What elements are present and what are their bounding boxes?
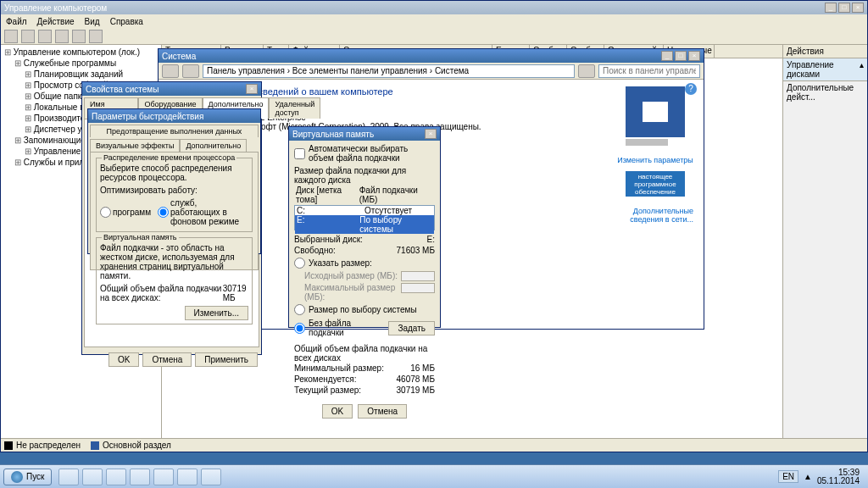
actions-sub[interactable]: Управление дисками▴ <box>783 58 867 81</box>
tab-advanced[interactable]: Дополнительно <box>180 139 247 152</box>
back-icon[interactable] <box>4 30 18 43</box>
chevron-up-icon: ▴ <box>860 60 864 79</box>
drive-list[interactable]: C:Отсутствует E:По выбору системы <box>294 205 435 230</box>
minimize-button[interactable]: _ <box>825 3 837 13</box>
nav-back-icon[interactable] <box>162 64 179 78</box>
actions-panel: Действия Управление дисками▴ Дополнитель… <box>782 45 867 438</box>
ok-button[interactable]: OK <box>322 404 353 419</box>
start-orb-icon <box>11 471 23 483</box>
perf-titlebar: Параметры быстродействия <box>88 109 260 123</box>
legend-primary-icon <box>91 441 99 450</box>
menu-view[interactable]: Вид <box>85 17 100 26</box>
menu-action[interactable]: Действие <box>37 17 75 26</box>
cancel-button[interactable]: Отмена <box>142 352 192 367</box>
toolbar <box>1 28 867 45</box>
radio-system-managed[interactable]: Размер по выбору системы <box>294 304 435 315</box>
actions-header: Действия <box>783 45 867 58</box>
taskbar-app-icon[interactable] <box>201 469 221 485</box>
system-titlebar: Система _ □ × <box>159 49 704 63</box>
language-indicator[interactable]: EN <box>778 470 798 483</box>
ok-button[interactable]: OK <box>108 352 139 367</box>
change-button[interactable]: Изменить... <box>185 306 248 320</box>
taskbar-app-icon[interactable] <box>130 469 150 485</box>
close-button[interactable]: × <box>688 51 700 61</box>
virtual-memory-dialog: Виртуальная память × Автоматически выбир… <box>288 126 441 328</box>
minimize-button[interactable]: _ <box>661 51 673 61</box>
change-settings-link[interactable]: Изменить параметры <box>617 156 693 164</box>
radio-custom-size[interactable]: Указать размер: <box>294 258 435 269</box>
help-icon[interactable] <box>89 30 103 43</box>
clock[interactable]: 15:39 05.11.2014 <box>817 469 860 485</box>
maximize-button[interactable]: □ <box>838 3 850 13</box>
legend-unallocated-icon <box>4 441 13 450</box>
nav-forward-icon[interactable] <box>182 64 199 78</box>
taskbar-app-icon[interactable] <box>82 469 103 485</box>
radio-no-paging[interactable]: Без файла подкачки <box>294 319 388 337</box>
system-tray: EN ▲ 15:39 05.11.2014 <box>773 469 865 485</box>
sysprop-titlebar: Свойства системы × <box>82 82 261 96</box>
refresh-icon[interactable] <box>72 30 86 43</box>
taskbar: Пуск EN ▲ 15:39 05.11.2014 <box>0 464 868 488</box>
help-icon[interactable]: ? <box>685 83 697 95</box>
menu-help[interactable]: Справка <box>110 17 143 26</box>
tab-remote[interactable]: Удаленный доступ <box>269 97 320 119</box>
status-bar: Не распределен Основной раздел <box>1 438 867 452</box>
tab-dep[interactable]: Предотвращение выполнения данных <box>90 125 259 137</box>
start-button[interactable]: Пуск <box>3 469 52 485</box>
search-input[interactable] <box>598 64 700 78</box>
refresh-icon[interactable] <box>578 64 595 78</box>
system-nav: Панель управления › Все элементы панели … <box>159 63 704 80</box>
vm-titlebar: Виртуальная память × <box>289 127 440 141</box>
taskbar-app-icon[interactable] <box>106 469 126 485</box>
tree-root[interactable]: Управление компьютером (лок.) <box>3 47 159 58</box>
tab-visual-effects[interactable]: Визуальные эффекты <box>90 139 180 152</box>
forward-icon[interactable] <box>21 30 35 43</box>
tray-icon[interactable]: ▲ <box>804 472 812 481</box>
tool-icon[interactable] <box>55 30 69 43</box>
main-titlebar: Управление компьютером _ □ × <box>1 1 867 14</box>
cancel-button[interactable]: Отмена <box>358 404 407 419</box>
system-title: Система <box>162 52 196 61</box>
tool-icon[interactable] <box>38 30 52 43</box>
taskbar-app-icon[interactable] <box>177 469 198 485</box>
genuine-badge: настоящее программное обеспечение Micros… <box>626 171 685 197</box>
main-title: Управление компьютером <box>4 3 825 13</box>
actions-more[interactable]: Дополнительные дейст... <box>783 81 867 103</box>
taskbar-app-icon[interactable] <box>153 469 174 485</box>
tree-item[interactable]: Служебные программы <box>3 58 159 69</box>
close-button[interactable]: × <box>852 3 864 13</box>
more-info-link[interactable]: Дополнительные сведения в сети... <box>617 207 693 224</box>
radio-services[interactable]: служб, работающих в фоновом режиме <box>158 198 248 226</box>
menubar: Файл Действие Вид Справка <box>1 14 867 28</box>
address-bar[interactable]: Панель управления › Все элементы панели … <box>203 64 575 78</box>
radio-programs[interactable]: программ <box>100 198 151 226</box>
set-button[interactable]: Задать <box>388 321 435 336</box>
windows-logo-icon <box>626 86 685 137</box>
auto-manage-checkbox[interactable]: Автоматически выбирать объем файла подка… <box>294 144 435 163</box>
close-button[interactable]: × <box>246 84 258 94</box>
tree-item[interactable]: Планировщик заданий <box>3 69 159 80</box>
taskbar-app-icon[interactable] <box>58 469 79 485</box>
maximize-button[interactable]: □ <box>675 51 687 61</box>
performance-options-dialog: Параметры быстродействия Предотвращение … <box>87 108 261 254</box>
close-button[interactable]: × <box>425 129 437 139</box>
max-size-input[interactable] <box>401 283 435 293</box>
initial-size-input[interactable] <box>401 271 435 281</box>
menu-file[interactable]: Файл <box>6 17 27 26</box>
apply-button[interactable]: Применить <box>195 352 258 367</box>
